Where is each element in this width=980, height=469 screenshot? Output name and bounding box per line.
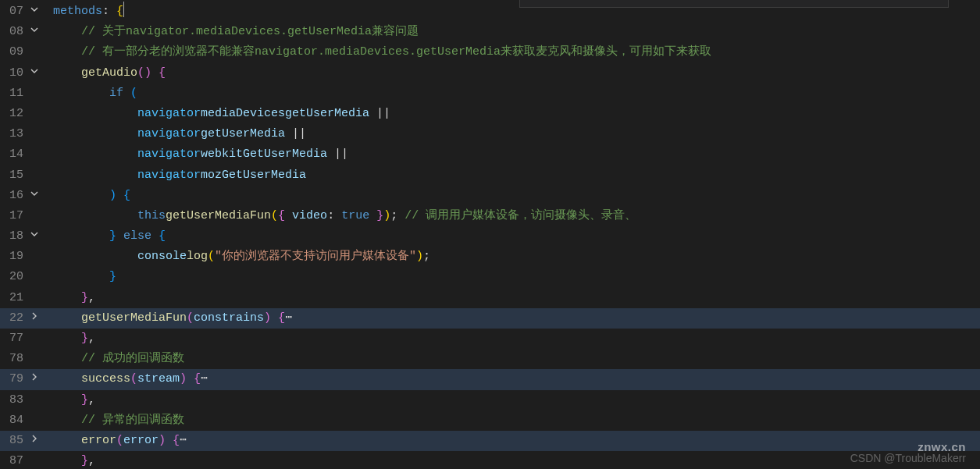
- chevron-down-icon[interactable]: [28, 22, 41, 42]
- code-line: consolelog("你的浏览器不支持访问用户媒体设备");: [44, 247, 980, 267]
- code-line: ) {: [44, 186, 980, 206]
- text-cursor: [123, 2, 124, 17]
- code-line: // 有一部分老的浏览器不能兼容navigator.mediaDevices.g…: [44, 42, 980, 62]
- line-number: 11: [0, 83, 44, 104]
- line-number: 19: [0, 247, 44, 267]
- code-line: navigatorwebkitGetUserMedia ||: [44, 144, 980, 165]
- line-number: 10: [0, 63, 44, 83]
- line-number: 84: [0, 410, 44, 431]
- line-number: 85: [0, 431, 44, 451]
- code-line: },: [44, 390, 980, 410]
- code-line: getAudio() {: [44, 63, 980, 83]
- code-line: // 成功的回调函数: [44, 349, 980, 369]
- line-number: 09: [0, 42, 44, 62]
- fold-ellipsis-icon[interactable]: ⋯: [285, 311, 292, 325]
- code-line-folded: getUserMediaFun(constrains) {⋯: [44, 308, 980, 329]
- line-number: 22: [0, 308, 44, 329]
- chevron-right-icon[interactable]: [28, 369, 41, 389]
- fold-ellipsis-icon[interactable]: ⋯: [180, 434, 187, 447]
- code-line: },: [44, 329, 980, 349]
- code-line: thisgetUserMediaFun({ video: true }); //…: [44, 206, 980, 226]
- code-line: // 异常的回调函数: [44, 410, 980, 431]
- line-number: 77: [0, 329, 44, 349]
- code-line: } else {: [44, 226, 980, 247]
- code-editor[interactable]: 0708091011121314151617181920212277787983…: [0, 0, 980, 469]
- chevron-down-icon[interactable]: [28, 2, 41, 22]
- chevron-right-icon[interactable]: [28, 308, 41, 329]
- line-number: 21: [0, 288, 44, 308]
- code-line-folded: success(stream) {⋯: [44, 369, 980, 389]
- code-line: navigatormediaDevicesgetUserMedia ||: [44, 104, 980, 124]
- line-number: 78: [0, 349, 44, 369]
- line-number: 87: [0, 451, 44, 469]
- line-number: 15: [0, 165, 44, 186]
- line-number-gutter: 0708091011121314151617181920212277787983…: [0, 0, 44, 469]
- line-number: 08: [0, 22, 44, 42]
- line-number: 07: [0, 2, 44, 22]
- line-number: 13: [0, 124, 44, 144]
- chevron-down-icon[interactable]: [28, 63, 41, 83]
- chevron-down-icon[interactable]: [28, 226, 41, 247]
- code-line: if (: [44, 83, 980, 104]
- chevron-down-icon[interactable]: [28, 186, 41, 206]
- line-number: 14: [0, 144, 44, 165]
- code-line: navigatormozGetUserMedia: [44, 165, 980, 186]
- code-line: navigatorgetUserMedia ||: [44, 124, 980, 144]
- code-line: },: [44, 451, 980, 469]
- code-content[interactable]: methods: { // 关于navigator.mediaDevices.g…: [44, 0, 980, 469]
- code-line-folded: error(error) {⋯: [44, 431, 980, 451]
- line-number: 16: [0, 186, 44, 206]
- code-line: }: [44, 267, 980, 287]
- line-number: 79: [0, 369, 44, 389]
- line-number: 12: [0, 104, 44, 124]
- line-number: 83: [0, 390, 44, 410]
- code-line: methods: {: [44, 2, 980, 22]
- line-number: 18: [0, 226, 44, 247]
- line-number: 17: [0, 206, 44, 226]
- chevron-right-icon[interactable]: [28, 431, 41, 451]
- code-line: },: [44, 288, 980, 308]
- line-number: 20: [0, 267, 44, 287]
- code-line: // 关于navigator.mediaDevices.getUserMedia…: [44, 22, 980, 42]
- fold-ellipsis-icon[interactable]: ⋯: [201, 372, 208, 386]
